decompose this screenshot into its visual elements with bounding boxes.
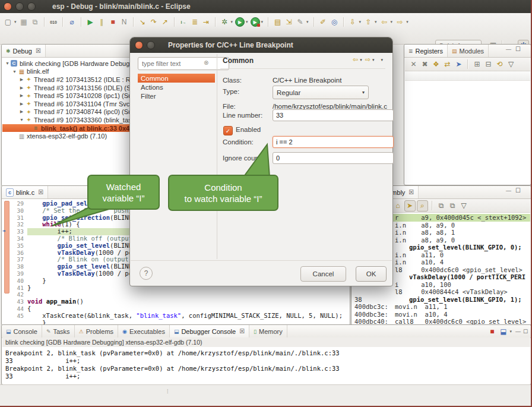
remove-register-icon[interactable]: ✕ (408, 59, 419, 70)
expand-all-icon[interactable]: ⊞ (472, 59, 482, 70)
expander-icon[interactable]: ▼ (18, 118, 25, 122)
step-return-icon[interactable]: ↗ (160, 17, 170, 27)
registers-minimize-icon[interactable]: — (506, 46, 511, 52)
annotation-icon[interactable]: ◎ (330, 17, 340, 27)
back-dropdown-icon[interactable]: ▾ (360, 58, 362, 62)
expander-icon[interactable]: ▶ (18, 102, 25, 106)
show-source-icon[interactable]: ⧉ (436, 201, 446, 211)
expander-icon[interactable]: ▶ (18, 109, 25, 114)
view-menu-icon[interactable]: ▽ (506, 59, 516, 70)
dialog-sidebar-item-actions[interactable]: Actions (138, 83, 215, 92)
go-to-last-position-icon[interactable]: ⇧ (363, 17, 373, 27)
tab-executables[interactable]: ◉Executables (118, 325, 170, 337)
step-into-icon[interactable]: ↘ (138, 17, 148, 27)
code-line[interactable]: 45 xTaskCreate(&blink_task, "blink_task"… (10, 313, 349, 320)
suspend-icon[interactable]: ∥ (97, 17, 107, 27)
view-menu-icon[interactable]: ▾ (381, 58, 383, 62)
new-wizard-dropdown-icon[interactable]: ▾ (14, 20, 17, 24)
edit-dropdown-icon[interactable]: ▾ (306, 20, 309, 24)
tab-close-icon[interactable]: ☒ (38, 189, 43, 195)
ignore-count-input[interactable] (273, 152, 394, 164)
tab-modules[interactable]: ▤Modules (448, 45, 489, 57)
disassembly-row[interactable]: 400dbc40:call8 0x400dc6c0 <gpio_set_leve… (352, 318, 530, 324)
show-type-names-icon[interactable]: ❖ (431, 59, 441, 70)
enabled-checkbox[interactable]: ✓ (223, 126, 233, 135)
tab-problems[interactable]: ⚠Problems (75, 325, 119, 337)
forward-icon[interactable]: ⇨ (365, 56, 370, 64)
dialog-maximize-button[interactable] (147, 41, 155, 49)
last-edit-location-icon[interactable]: ⇩ (348, 17, 358, 27)
tab-debugger-console[interactable]: ⬓Debugger Console☒ (170, 325, 249, 337)
tab-close-icon[interactable]: ☒ (239, 328, 245, 335)
show-symbols-icon[interactable]: ⧉ (448, 201, 458, 211)
debug-tree-item[interactable]: ▼✦Thread #9 1073433360 (blink_task (2, 116, 135, 124)
tab-close-icon[interactable]: ☒ (36, 48, 41, 54)
dialog-titlebar[interactable]: Properties for C/C++ Line Breakpoint (130, 37, 392, 53)
resume-icon[interactable]: ▶ (86, 17, 96, 27)
registers-table[interactable] (405, 71, 530, 184)
open-folder-icon[interactable]: ▤ (273, 17, 283, 27)
line-number-input[interactable] (273, 109, 394, 121)
disconnect-icon[interactable]: N (119, 17, 129, 27)
restore-defaults-icon[interactable]: ⟲ (495, 59, 505, 70)
forward-history-dropdown-icon[interactable]: ▾ (406, 20, 408, 24)
tab-blink-c[interactable]: cblink.c☒ (2, 186, 48, 198)
debug-tree-item[interactable]: ≡blink_task() at blink.c:33 0x400db (2, 124, 135, 132)
expander-icon[interactable]: ▶ (18, 86, 25, 90)
sash-handle[interactable]: ⁞ (167, 389, 169, 395)
instruction-stepping-mode-icon[interactable]: ≣ (190, 17, 200, 27)
dialog-close-button[interactable] (135, 41, 143, 49)
disassembly-minimize-icon[interactable]: — (506, 188, 511, 194)
run-dropdown-icon[interactable]: ▾ (246, 20, 248, 24)
disassembly-row[interactable]: l8 0x400844c4 <vTaskDelay> (352, 288, 530, 296)
debug-tree-item[interactable]: ▥xtensa-esp32-elf-gdb (7.10) (2, 132, 135, 140)
code-line[interactable]: } (10, 320, 349, 324)
debug-tree-item[interactable]: ▶✦Thread #3 1073413156 (IDLE) (Susp (2, 84, 135, 92)
external-tools-icon[interactable]: ▶ (251, 17, 260, 27)
console-minimize-icon[interactable]: — (515, 329, 521, 335)
binary-file-icon[interactable]: 010 (49, 17, 59, 27)
add-register-group-icon[interactable]: ⇄ (442, 59, 452, 70)
save-icon[interactable]: ▦ (19, 17, 29, 27)
debug-tree-item[interactable]: ▼Cblink checking [GDB Hardware Debug (2, 59, 135, 68)
step-over-icon[interactable]: ↷ (149, 17, 159, 27)
expander-icon[interactable]: ▶ (18, 93, 25, 98)
tab-close-icon[interactable]: ☒ (408, 189, 414, 195)
debug-tree-item[interactable]: ▶✦Thread #2 1073413512 (IDLE : Runn (2, 75, 135, 84)
filter-input[interactable] (138, 57, 229, 70)
back-history-icon[interactable]: ⇦ (379, 17, 390, 27)
disassembly-row[interactable]: 400dbc3c:movi.n a11, 1 (352, 303, 530, 311)
skip-all-breakpoints-icon[interactable]: ⌀ (67, 17, 77, 27)
debug-tree-item[interactable]: ▶✦Thread #7 1073408744 (ipc0) (Susp (2, 108, 135, 116)
terminate-console-icon[interactable]: ■ (487, 326, 497, 336)
external-tools-dropdown-icon[interactable]: ▾ (261, 20, 264, 24)
tab-debug[interactable]: ✱Debug☒ (2, 45, 46, 57)
remove-all-registers-icon[interactable]: ✖ (420, 59, 430, 70)
terminate-icon[interactable]: ■ (108, 17, 118, 27)
window-minimize-button[interactable] (15, 2, 24, 11)
debug-tree-item[interactable]: ▶✦Thread #6 1073431104 (Tmr Svc) (S (2, 100, 135, 108)
cancel-button[interactable]: Cancel (300, 266, 346, 282)
run-icon[interactable]: ▶ (235, 17, 245, 27)
track-expression-icon[interactable]: ➤ (404, 200, 416, 212)
ok-button[interactable]: OK (356, 266, 387, 282)
debug-icon[interactable]: ✲ (220, 17, 230, 27)
type-dropdown[interactable]: Regular ▾ (273, 86, 369, 99)
forward-dropdown-icon[interactable]: ▾ (372, 58, 375, 62)
window-titlebar[interactable]: esp - Debug - blink/main/blink.c - Eclip… (0, 0, 532, 13)
window-maximize-button[interactable] (27, 2, 36, 11)
registers-maximize-icon[interactable]: ☐ (515, 46, 521, 52)
import-folder-icon[interactable]: ⇲ (284, 17, 294, 27)
instruction-step-icon[interactable]: i→ (179, 17, 189, 27)
save-all-icon[interactable]: ⧉ (30, 17, 40, 27)
back-history-dropdown-icon[interactable]: ▾ (391, 20, 393, 24)
disassembly-maximize-icon[interactable]: ☐ (515, 187, 521, 194)
code-line[interactable]: 43void app_main() (10, 298, 349, 305)
display-selected-console-dropdown-icon[interactable]: ▾ (509, 329, 512, 334)
condition-input[interactable] (273, 136, 394, 148)
back-icon[interactable]: ⇦ (353, 56, 358, 64)
display-selected-console-icon[interactable]: ⬓ (498, 326, 508, 336)
expander-icon[interactable]: ▼ (11, 70, 18, 74)
console-maximize-icon[interactable]: ☐ (523, 329, 528, 335)
new-wizard-icon[interactable]: ▢ (3, 17, 13, 27)
